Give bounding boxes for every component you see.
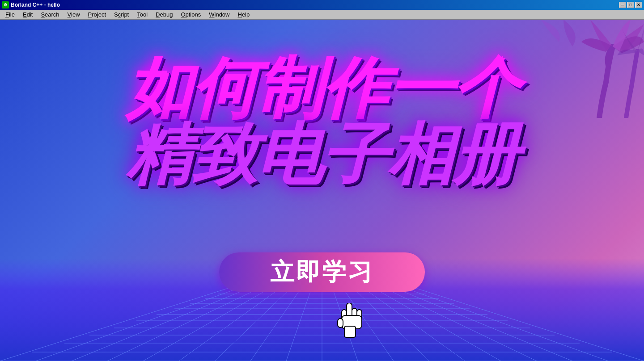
title-bar-buttons[interactable]: ─ □ ✕ — [619, 2, 642, 8]
menu-file[interactable]: File — [2, 10, 18, 19]
menu-view[interactable]: View — [64, 10, 84, 19]
menu-options[interactable]: Options — [177, 10, 204, 19]
window-title: Borland C++ - hello — [11, 2, 60, 8]
title-line1: 如何制作一个 — [76, 55, 568, 122]
main-content: 如何制作一个 精致电子相册 — [0, 20, 644, 361]
cta-button-text: 立即学习 — [270, 256, 374, 289]
menu-edit[interactable]: Edit — [19, 10, 36, 19]
menu-help[interactable]: Help — [234, 10, 253, 19]
menu-window[interactable]: Window — [205, 10, 233, 19]
menu-tool[interactable]: Tool — [133, 10, 151, 19]
cta-button[interactable]: 立即学习 — [219, 252, 425, 292]
menu-bar: File Edit Search View Project Script Too… — [0, 10, 644, 20]
title-bar: ⚙ Borland C++ - hello ─ □ ✕ — [0, 0, 644, 10]
maximize-button[interactable]: □ — [627, 2, 634, 8]
minimize-button[interactable]: ─ — [619, 2, 626, 8]
menu-script[interactable]: Script — [110, 10, 132, 19]
menu-debug[interactable]: Debug — [152, 10, 176, 19]
close-button[interactable]: ✕ — [635, 2, 642, 8]
title-bar-left: ⚙ Borland C++ - hello — [2, 1, 60, 8]
hero-title: 如何制作一个 精致电子相册 — [76, 55, 568, 188]
menu-project[interactable]: Project — [85, 10, 110, 19]
app-icon: ⚙ — [2, 1, 9, 8]
menu-search[interactable]: Search — [37, 10, 63, 19]
title-line2: 精致电子相册 — [76, 122, 568, 188]
